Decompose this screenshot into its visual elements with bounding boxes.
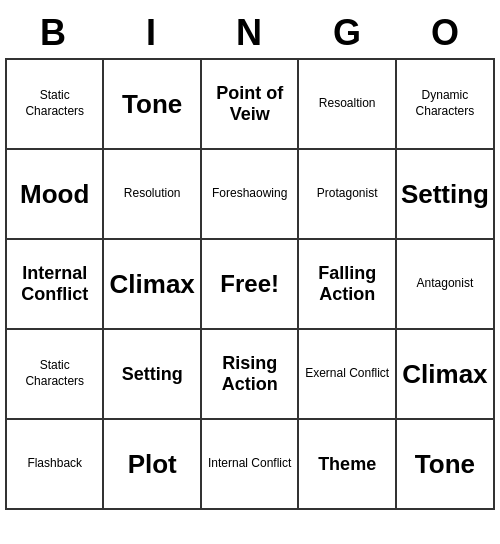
bingo-cell: Resoaltion: [299, 60, 396, 150]
bingo-cell: Flashback: [7, 420, 104, 510]
cell-text: Mood: [20, 180, 89, 209]
cell-text: Resolution: [124, 186, 181, 202]
bingo-cell: Point of Veiw: [202, 60, 299, 150]
cell-text: Setting: [122, 364, 183, 385]
bingo-cell: Mood: [7, 150, 104, 240]
bingo-cell: Setting: [104, 330, 201, 420]
bingo-cell: Climax: [104, 240, 201, 330]
bingo-cell: Tone: [104, 60, 201, 150]
cell-text: Resoaltion: [319, 96, 376, 112]
bingo-cell: Protagonist: [299, 150, 396, 240]
header-letter: G: [299, 8, 397, 58]
cell-text: Climax: [402, 360, 487, 389]
bingo-cell: Dynamic Characters: [397, 60, 495, 150]
bingo-card: BINGO Static CharactersTonePoint of Veiw…: [5, 8, 495, 510]
bingo-cell: Resolution: [104, 150, 201, 240]
bingo-cell: Tone: [397, 420, 495, 510]
cell-text: Internal Conflict: [11, 263, 98, 304]
cell-text: Climax: [110, 270, 195, 299]
bingo-cell: Setting: [397, 150, 495, 240]
cell-text: Plot: [128, 450, 177, 479]
bingo-cell: Static Characters: [7, 60, 104, 150]
cell-text: Flashback: [27, 456, 82, 472]
cell-text: Tone: [122, 90, 182, 119]
bingo-cell: Free!: [202, 240, 299, 330]
header-letter: N: [201, 8, 299, 58]
cell-text: Falling Action: [303, 263, 390, 304]
cell-text: Antagonist: [417, 276, 474, 292]
cell-text: Dynamic Characters: [401, 88, 489, 119]
bingo-cell: Plot: [104, 420, 201, 510]
cell-text: Foreshaowing: [212, 186, 287, 202]
cell-text: Exernal Conflict: [305, 366, 389, 382]
cell-text: Tone: [415, 450, 475, 479]
bingo-cell: Antagonist: [397, 240, 495, 330]
cell-text: Point of Veiw: [206, 83, 293, 124]
cell-text: Internal Conflict: [208, 456, 291, 472]
bingo-cell: Static Characters: [7, 330, 104, 420]
bingo-header: BINGO: [5, 8, 495, 58]
cell-text: Protagonist: [317, 186, 378, 202]
bingo-cell: Internal Conflict: [202, 420, 299, 510]
bingo-cell: Internal Conflict: [7, 240, 104, 330]
bingo-cell: Falling Action: [299, 240, 396, 330]
bingo-cell: Rising Action: [202, 330, 299, 420]
bingo-cell: Foreshaowing: [202, 150, 299, 240]
cell-text: Static Characters: [11, 358, 98, 389]
bingo-cell: Climax: [397, 330, 495, 420]
cell-text: Static Characters: [11, 88, 98, 119]
header-letter: I: [103, 8, 201, 58]
cell-text: Setting: [401, 180, 489, 209]
cell-text: Free!: [220, 270, 279, 298]
bingo-grid: Static CharactersTonePoint of VeiwResoal…: [5, 58, 495, 510]
cell-text: Theme: [318, 454, 376, 475]
header-letter: B: [5, 8, 103, 58]
cell-text: Rising Action: [206, 353, 293, 394]
bingo-cell: Theme: [299, 420, 396, 510]
header-letter: O: [397, 8, 495, 58]
bingo-cell: Exernal Conflict: [299, 330, 396, 420]
